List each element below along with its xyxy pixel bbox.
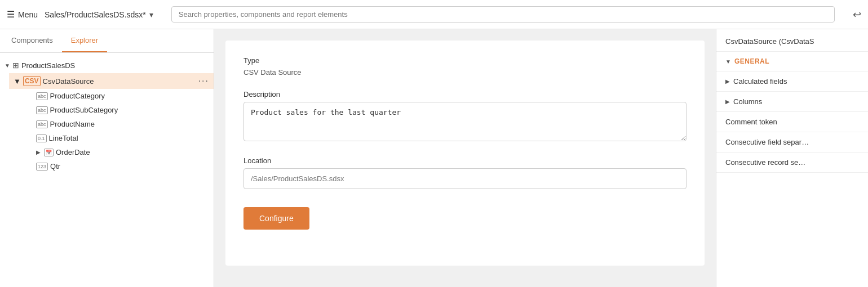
tree-item-linetotal[interactable]: 0.1 LineTotal <box>9 131 214 145</box>
description-label: Description <box>243 90 687 98</box>
center-panel: Type CSV Data Source Description Product… <box>214 29 716 287</box>
menu-label: Menu <box>18 10 38 19</box>
comment-token-prop: Comment token <box>716 112 868 132</box>
abc-icon-1: abc <box>36 92 48 100</box>
tree-item-productsubcategory[interactable]: abc ProductSubCategory <box>9 103 214 117</box>
columns-label: Columns <box>733 97 762 106</box>
item-label-orderdate: OrderDate <box>56 148 90 156</box>
configure-button[interactable]: Configure <box>243 207 309 230</box>
hamburger-icon: ☰ <box>7 9 15 20</box>
root-label: ProductSalesDS <box>21 61 75 70</box>
description-field: Description Product sales for the last q… <box>243 90 687 143</box>
breadcrumb: Sales/ProductSalesDS.sdsx* ▾ <box>45 10 153 19</box>
numeric-icon: 0.1 <box>36 134 47 142</box>
item-label-productname: ProductName <box>50 120 95 128</box>
location-field: Location <box>243 156 687 189</box>
location-label: Location <box>243 156 687 165</box>
undo-icon[interactable]: ↩ <box>853 8 861 21</box>
right-panel-title: CsvDataSource (CsvDataS <box>716 29 868 52</box>
item-label-productsubcategory: ProductSubCategory <box>50 106 118 114</box>
abc-icon-3: abc <box>36 120 48 128</box>
general-section-title: GENERAL <box>734 57 769 65</box>
breadcrumb-text: Sales/ProductSalesDS.sdsx* <box>45 10 146 19</box>
tree-item-orderdate[interactable]: ▶ 📅 OrderDate <box>9 145 214 159</box>
right-panel: CsvDataSource (CsvDataS ▼ GENERAL ▶ Calc… <box>716 29 868 287</box>
tree-root-node[interactable]: ▼ ⊞ ProductSalesDS <box>0 57 214 73</box>
topbar: ☰ Menu Sales/ProductSalesDS.sdsx* ▾ ↩ <box>0 0 868 29</box>
tab-explorer[interactable]: Explorer <box>62 29 107 52</box>
consecutive-field-sep-prop: Consecutive field separ… <box>716 132 868 153</box>
general-section-header[interactable]: ▼ GENERAL <box>716 52 868 71</box>
type-label: Type <box>243 56 687 65</box>
csv-label: CsvDataSource <box>43 77 94 86</box>
search-input[interactable] <box>171 6 835 23</box>
general-arrow-icon: ▼ <box>725 59 731 65</box>
general-section: ▼ GENERAL <box>716 52 868 71</box>
type-value: CSV Data Source <box>243 68 687 77</box>
item-label-qtr: Qtr <box>50 162 60 171</box>
tree-item-productname[interactable]: abc ProductName <box>9 117 214 131</box>
item-label-productcategory: ProductCategory <box>50 92 105 100</box>
calculated-fields-label: Calculated fields <box>733 77 787 86</box>
columns-item[interactable]: ▶ Columns <box>716 92 868 112</box>
abc-icon-2: abc <box>36 106 48 114</box>
menu-button[interactable]: ☰ Menu <box>7 9 38 20</box>
tree-item-csvdatasource[interactable]: ▼ CSV CsvDataSource ··· <box>9 73 214 89</box>
tree-item-productcategory[interactable]: abc ProductCategory <box>9 89 214 103</box>
item-label-linetotal: LineTotal <box>49 134 78 142</box>
orderdate-arrow-icon: ▶ <box>36 149 41 155</box>
columns-arrow-icon: ▶ <box>725 98 730 105</box>
tree-area: ▼ ⊞ ProductSalesDS ▼ CSV CsvDataSource ·… <box>0 53 214 287</box>
123-icon: 123 <box>36 163 48 171</box>
description-textarea[interactable]: Product sales for the last quarter <box>243 102 687 141</box>
breadcrumb-dropdown-icon[interactable]: ▾ <box>149 10 153 19</box>
calculated-fields-arrow-icon: ▶ <box>725 78 730 84</box>
left-panel: Components Explorer ▼ ⊞ ProductSalesDS ▼… <box>0 29 214 287</box>
tab-components[interactable]: Components <box>2 29 62 52</box>
form-card: Type CSV Data Source Description Product… <box>225 41 705 266</box>
csv-arrow-icon: ▼ <box>14 77 21 86</box>
tree-children: ▼ CSV CsvDataSource ··· abc ProductCateg… <box>0 73 214 173</box>
type-field: Type CSV Data Source <box>243 56 687 77</box>
tabs-row: Components Explorer <box>0 29 214 53</box>
main-layout: Components Explorer ▼ ⊞ ProductSalesDS ▼… <box>0 29 868 287</box>
calculated-fields-item[interactable]: ▶ Calculated fields <box>716 71 868 92</box>
tree-item-qtr[interactable]: 123 Qtr <box>9 159 214 173</box>
csv-icon: CSV <box>23 76 41 86</box>
consecutive-record-sep-prop: Consecutive record se… <box>716 153 868 173</box>
location-input[interactable] <box>243 168 687 189</box>
datasource-icon: ⊞ <box>12 61 19 70</box>
root-arrow-icon: ▼ <box>5 62 10 69</box>
more-options-button[interactable]: ··· <box>198 76 209 86</box>
calendar-icon: 📅 <box>44 149 54 156</box>
